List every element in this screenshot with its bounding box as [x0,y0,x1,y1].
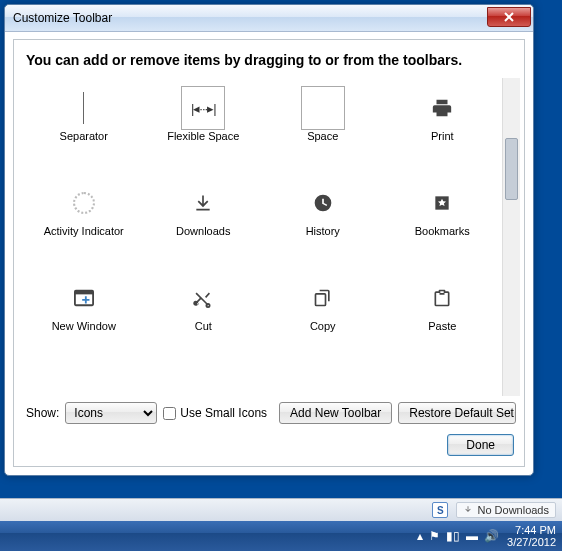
item-new-window[interactable]: New Window [24,272,144,367]
item-activity-indicator[interactable]: Activity Indicator [24,177,144,272]
network-icon[interactable]: ▮▯ [446,529,460,543]
use-small-icons-checkbox[interactable] [163,407,176,420]
use-small-icons-option[interactable]: Use Small Icons [163,406,267,420]
item-print[interactable]: Print [383,82,503,177]
taskbar-clock[interactable]: 7:44 PM 3/27/2012 [507,524,556,548]
item-label: Copy [310,320,336,332]
downloads-status[interactable]: No Downloads [456,502,556,518]
item-cut[interactable]: Cut [144,272,264,367]
volume-icon[interactable]: 🔊 [484,529,499,543]
new-window-icon [62,278,106,318]
item-history[interactable]: History [263,177,383,272]
use-small-icons-label: Use Small Icons [180,406,267,420]
item-label: Space [307,130,338,142]
svg-rect-1 [75,291,93,295]
downloads-icon [181,183,225,223]
item-label: New Window [52,320,116,332]
restore-default-button[interactable]: Restore Default Set [398,402,516,424]
paste-icon [420,278,464,318]
item-label: Flexible Space [167,130,239,142]
item-separator[interactable]: Separator [24,82,144,177]
print-icon [420,88,464,128]
window-title: Customize Toolbar [13,11,487,25]
downloads-status-label: No Downloads [477,504,549,516]
item-space[interactable]: Space [263,82,383,177]
item-downloads[interactable]: Downloads [144,177,264,272]
item-copy[interactable]: Copy [263,272,383,367]
item-label: Downloads [176,225,230,237]
taskbar: ▴ ⚑ ▮▯ ▬ 🔊 7:44 PM 3/27/2012 [0,521,562,551]
item-bookmarks[interactable]: Bookmarks [383,177,503,272]
item-label: Print [431,130,454,142]
clock-time: 7:44 PM [507,524,556,536]
dialog-body: You can add or remove items by dragging … [13,39,525,467]
show-hidden-icons-icon[interactable]: ▴ [417,529,423,543]
scrollbar[interactable] [502,78,520,396]
customize-toolbar-dialog: Customize Toolbar You can add or remove … [4,4,534,476]
flag-icon[interactable]: ⚑ [429,529,440,543]
show-select[interactable]: Icons [65,402,157,424]
options-row: Show: Icons Use Small Icons Add New Tool… [24,396,520,430]
item-label: Cut [195,320,212,332]
add-new-toolbar-button[interactable]: Add New Toolbar [279,402,392,424]
close-button[interactable] [487,7,531,27]
item-label: Activity Indicator [44,225,124,237]
done-button[interactable]: Done [447,434,514,456]
item-label: History [306,225,340,237]
copy-icon [301,278,345,318]
item-flexible-space[interactable]: |◂∙∙∙▸| Flexible Space [144,82,264,177]
toolbar-items-grid: Separator |◂∙∙∙▸| Flexible Space Space [24,78,502,396]
item-label: Bookmarks [415,225,470,237]
download-arrow-icon [463,505,473,515]
bookmarks-icon [420,183,464,223]
scroll-thumb[interactable] [505,138,518,200]
close-icon [504,12,514,22]
skype-icon[interactable]: S [432,502,448,518]
instruction-text: You can add or remove items by dragging … [26,52,520,68]
system-tray[interactable]: ▴ ⚑ ▮▯ ▬ 🔊 [417,529,499,543]
browser-statusbar: S No Downloads [0,498,562,521]
space-icon [301,88,345,128]
item-label: Paste [428,320,456,332]
flexible-space-icon: |◂∙∙∙▸| [181,88,225,128]
separator-icon [62,88,106,128]
item-label: Separator [60,130,108,142]
activity-indicator-icon [62,183,106,223]
clock-date: 3/27/2012 [507,536,556,548]
battery-icon[interactable]: ▬ [466,529,478,543]
titlebar[interactable]: Customize Toolbar [5,5,533,32]
show-label: Show: [26,406,59,420]
cut-icon [181,278,225,318]
item-paste[interactable]: Paste [383,272,503,367]
history-icon [301,183,345,223]
